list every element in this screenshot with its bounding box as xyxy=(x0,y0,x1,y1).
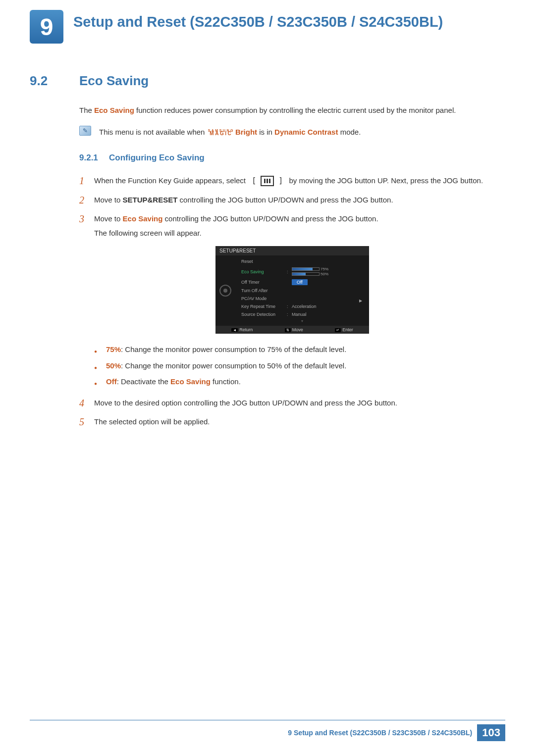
step-text: Move to the desired option controlling t… xyxy=(94,396,505,410)
label: Enter xyxy=(342,327,353,332)
osd-item-source-detection: Source Detection : Manual xyxy=(235,310,369,318)
return-icon: ◄ xyxy=(231,328,238,332)
text: controlling the JOG button UP/DOWN and p… xyxy=(162,214,378,223)
section-number: 9.2 xyxy=(30,73,79,89)
chapter-header: 9 Setup and Reset (S22C350B / S23C350B /… xyxy=(30,10,505,44)
osd-colon: : xyxy=(287,269,292,274)
osd-label: Reset xyxy=(241,259,287,264)
intro-paragraph: The Eco Saving function reduces power co… xyxy=(79,103,505,118)
text: The following screen will appear. xyxy=(94,226,505,241)
text: is in xyxy=(257,128,274,136)
step-3: 3 Move to Eco Saving controlling the JOG… xyxy=(79,212,505,240)
step-number: 5 xyxy=(79,415,94,429)
osd-item-key-repeat: Key Repeat Time : Acceleration xyxy=(235,302,369,310)
osd-colon: : xyxy=(287,312,292,317)
chevron-down-icon: ▾ xyxy=(235,318,369,324)
step-5: 5 The selected option will be applied. xyxy=(79,415,505,429)
menu-icon xyxy=(261,176,274,186)
bar-label: 50% xyxy=(321,272,328,276)
step-2: 2 Move to SETUP&RESET controlling the JO… xyxy=(79,193,505,207)
bullet-item: ● Off: Deactivate the Eco Saving functio… xyxy=(94,375,505,389)
osd-menu: Reset Eco Saving : 75% 50% Off Timer Off xyxy=(235,255,369,326)
osd-value: Acceleration xyxy=(292,304,365,309)
osd-item-reset: Reset xyxy=(235,257,369,265)
text: function reduces power consumption by co… xyxy=(134,106,456,114)
step-number: 1 xyxy=(79,174,94,188)
bullet-list: ● 75%: Change the monitor power consumpt… xyxy=(94,343,505,389)
chapter-number-badge: 9 xyxy=(30,10,63,44)
step-1: 1 When the Function Key Guide appears, s… xyxy=(79,174,505,188)
osd-label: Eco Saving xyxy=(241,269,287,274)
osd-value-bars: 75% 50% xyxy=(292,267,365,276)
subsection-title: Configuring Eco Saving xyxy=(109,153,205,163)
osd-footer-return: ◄Return xyxy=(231,327,253,332)
option-label: Off xyxy=(106,377,117,386)
text: ] xyxy=(278,176,283,185)
feature-name: Eco Saving xyxy=(123,214,163,223)
text: This menu is not available when xyxy=(99,128,207,136)
text: [ xyxy=(252,176,256,185)
osd-screenshot: SETUP&RESET Reset Eco Saving : 75% 50% xyxy=(215,246,369,334)
samsung-magic-logo: SAMSUNGMAGIC xyxy=(208,129,234,136)
osd-jog-area xyxy=(215,255,235,326)
text: The xyxy=(79,106,94,114)
off-pill: Off xyxy=(292,279,308,285)
step-number: 4 xyxy=(79,396,94,410)
move-icon: ⇅ xyxy=(285,328,291,332)
chapter-title: Setup and Reset (S22C350B / S23C350B / S… xyxy=(73,10,443,31)
note-block: ✎ This menu is not available when SAMSUN… xyxy=(79,126,505,139)
step-text: When the Function Key Guide appears, sel… xyxy=(94,174,505,188)
osd-footer: ◄Return ⇅Move ↵Enter xyxy=(215,326,369,334)
bullet-icon: ● xyxy=(94,359,106,373)
text: controlling the JOG button UP/DOWN and p… xyxy=(177,196,393,204)
feature-name: Eco Saving xyxy=(170,377,211,386)
section-title: Eco Saving xyxy=(79,73,149,89)
osd-label: Source Detection xyxy=(241,312,287,317)
osd-label: Turn Off After xyxy=(241,288,287,293)
subsection-heading: 9.2.1 Configuring Eco Saving xyxy=(79,153,505,163)
bullet-icon: ● xyxy=(94,375,106,389)
osd-label: Off Timer xyxy=(241,280,287,285)
subsection-number: 9.2.1 xyxy=(79,153,109,163)
text: function. xyxy=(211,377,241,386)
menu-icon-bracket: [ ] xyxy=(248,174,287,188)
text: : Change the monitor power consumption t… xyxy=(121,345,346,353)
osd-value: Manual xyxy=(292,312,365,317)
osd-footer-enter: ↵Enter xyxy=(335,327,353,332)
section-heading: 9.2 Eco Saving xyxy=(30,73,505,89)
footer-chapter-ref: 9 Setup and Reset (S22C350B / S23C350B /… xyxy=(288,729,472,737)
bullet-item: ● 50%: Change the monitor power consumpt… xyxy=(94,359,505,373)
mode-name: Dynamic Contrast xyxy=(274,128,338,136)
label: Return xyxy=(239,327,253,332)
step-4: 4 Move to the desired option controlling… xyxy=(79,396,505,410)
feature-name: Eco Saving xyxy=(94,106,134,114)
jog-icon xyxy=(219,285,231,297)
osd-label: Key Repeat Time xyxy=(241,304,287,309)
osd-item-pcav: PC/AV Mode ▶ xyxy=(235,295,369,302)
osd-item-turn-off-after: Turn Off After xyxy=(235,287,369,295)
osd-colon: : xyxy=(287,304,292,309)
step-text: Move to SETUP&RESET controlling the JOG … xyxy=(94,193,505,207)
osd-item-off-timer: Off Timer Off xyxy=(235,278,369,287)
step-number: 3 xyxy=(79,212,94,240)
footer-rule xyxy=(30,720,505,720)
bright-label: Bright xyxy=(235,128,257,136)
note-text: This menu is not available when SAMSUNGM… xyxy=(99,126,361,139)
page-footer: 9 Setup and Reset (S22C350B / S23C350B /… xyxy=(288,724,505,741)
bullet-item: ● 75%: Change the monitor power consumpt… xyxy=(94,343,505,357)
step-text: Move to Eco Saving controlling the JOG b… xyxy=(94,212,505,240)
bold-text: SETUP&RESET xyxy=(123,196,178,204)
logo-bottom: MAGIC xyxy=(210,132,232,136)
option-label: 75% xyxy=(106,345,121,353)
osd-label: PC/AV Mode xyxy=(241,296,287,301)
page-number: 103 xyxy=(477,724,505,741)
chevron-right-icon: ▶ xyxy=(359,299,362,303)
osd-title: SETUP&RESET xyxy=(215,246,369,255)
text: When the Function Key Guide appears, sel… xyxy=(94,176,248,185)
text: : Deactivate the xyxy=(117,377,170,386)
text: by moving the JOG button UP. Next, press… xyxy=(287,176,483,185)
step-text: The selected option will be applied. xyxy=(94,415,505,429)
bar-label: 75% xyxy=(321,267,328,271)
text: Move to xyxy=(94,196,123,204)
text: Move to xyxy=(94,214,123,223)
